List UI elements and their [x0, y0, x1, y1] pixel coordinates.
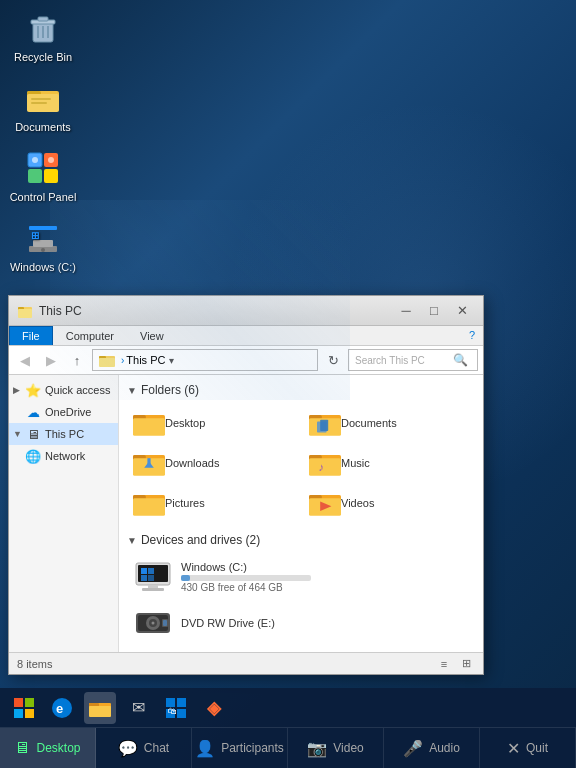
folder-music-icon: ♪	[309, 449, 341, 477]
desktop: Recycle Bin Documents	[0, 0, 576, 768]
devices-list: Windows (C:) 430 GB free of 464 GB	[127, 555, 475, 645]
recycle-bin-label: Recycle Bin	[8, 51, 78, 64]
device-windows-c-bar	[181, 575, 190, 581]
details-view-button[interactable]: ≡	[435, 655, 453, 673]
path-dropdown-arrow[interactable]: ▾	[169, 355, 174, 366]
nav-item-quick-access[interactable]: ▶ ⭐ Quick access	[9, 379, 118, 401]
maximize-button[interactable]: □	[421, 300, 447, 322]
refresh-button[interactable]: ↻	[322, 349, 344, 371]
svg-rect-76	[89, 706, 111, 717]
search-placeholder: Search This PC	[355, 355, 449, 366]
forward-button[interactable]: ▶	[40, 349, 62, 371]
folder-desktop[interactable]: Desktop	[127, 405, 299, 441]
taskbar-store[interactable]: 🛍	[160, 692, 192, 724]
svg-rect-58	[148, 568, 154, 574]
desktop-icon-windows-c[interactable]: ⊞ Windows (C:)	[8, 218, 78, 274]
device-dvd[interactable]: DVD RW Drive (E:)	[127, 601, 475, 645]
folder-videos[interactable]: Videos	[303, 485, 475, 521]
devices-chevron[interactable]: ▼	[127, 535, 137, 546]
tab-computer[interactable]: Computer	[53, 326, 127, 345]
search-box[interactable]: Search This PC 🔍	[348, 349, 478, 371]
video-btn-label: Video	[333, 741, 363, 755]
address-path[interactable]: › This PC ▾	[92, 349, 318, 371]
view-buttons: ≡ ⊞	[435, 655, 475, 673]
svg-rect-57	[141, 568, 147, 574]
device-dvd-icon	[133, 605, 173, 641]
minimize-button[interactable]: ─	[393, 300, 419, 322]
folder-downloads[interactable]: Downloads	[127, 445, 299, 481]
svg-text:♪: ♪	[319, 461, 325, 473]
taskbar: e ✉ 🛍 ◈	[0, 688, 576, 768]
taskbar-btn-chat[interactable]: 💬 Chat	[96, 728, 192, 768]
folder-downloads-label: Downloads	[165, 457, 219, 469]
explorer-window-icon	[17, 303, 33, 319]
svg-rect-28	[99, 358, 115, 367]
device-windows-c-name: Windows (C:)	[181, 561, 469, 573]
svg-point-20	[41, 248, 45, 252]
folder-documents[interactable]: Documents	[303, 405, 475, 441]
explorer-window: This PC ─ □ ✕ File Computer View ? ◀ ▶ ↑	[8, 295, 484, 675]
path-chevron: ›	[121, 355, 124, 366]
nav-item-onedrive[interactable]: ☁ OneDrive	[9, 401, 118, 423]
taskbar-top: e ✉ 🛍 ◈	[0, 688, 576, 728]
taskbar-bottom: 🖥 Desktop 💬 Chat 👤 Participants 📷 Video …	[0, 728, 576, 768]
nav-icon-this-pc: 🖥	[25, 426, 41, 442]
path-text: This PC	[126, 354, 165, 366]
taskbar-edge[interactable]: e	[46, 692, 78, 724]
desktop-icon-recycle-bin[interactable]: Recycle Bin	[8, 8, 78, 64]
participants-btn-icon: 👤	[195, 739, 215, 758]
taskbar-btn-audio[interactable]: 🎤 Audio	[384, 728, 480, 768]
control-panel-label: Control Panel	[8, 191, 78, 204]
nav-item-network[interactable]: 🌐 Network	[9, 445, 118, 467]
folder-pictures[interactable]: Pictures	[127, 485, 299, 521]
taskbar-start[interactable]	[8, 692, 40, 724]
folder-documents-icon	[309, 409, 341, 437]
tab-view[interactable]: View	[127, 326, 177, 345]
svg-rect-80	[177, 709, 186, 718]
desktop-icon-documents[interactable]: Documents	[8, 78, 78, 134]
nav-item-this-pc[interactable]: ▼ 🖥 This PC	[9, 423, 118, 445]
svg-rect-55	[148, 585, 158, 588]
taskbar-orange-app[interactable]: ◈	[198, 692, 230, 724]
desktop-icon-control-panel[interactable]: Control Panel	[8, 148, 78, 204]
windows-c-label: Windows (C:)	[8, 261, 78, 274]
status-text: 8 items	[17, 658, 52, 670]
device-windows-c[interactable]: Windows (C:) 430 GB free of 464 GB	[127, 555, 475, 599]
window-title: This PC	[39, 304, 393, 318]
tab-file[interactable]: File	[9, 326, 53, 345]
svg-rect-67	[163, 620, 167, 626]
nav-arrow-this-pc: ▼	[13, 429, 25, 439]
svg-rect-59	[141, 575, 147, 581]
nav-label-this-pc: This PC	[45, 428, 84, 440]
participants-btn-label: Participants	[221, 741, 284, 755]
taskbar-btn-video[interactable]: 📷 Video	[288, 728, 384, 768]
close-button[interactable]: ✕	[449, 300, 475, 322]
taskbar-file-explorer[interactable]	[84, 692, 116, 724]
help-button[interactable]: ?	[461, 326, 483, 345]
nav-icon-quick-access: ⭐	[25, 382, 41, 398]
search-button[interactable]: 🔍	[449, 349, 471, 371]
documents-folder-icon	[23, 78, 63, 118]
documents-label: Documents	[8, 121, 78, 134]
up-button[interactable]: ↑	[66, 349, 88, 371]
back-button[interactable]: ◀	[14, 349, 36, 371]
svg-rect-56	[142, 588, 164, 591]
taskbar-btn-participants[interactable]: 👤 Participants	[192, 728, 288, 768]
svg-text:e: e	[56, 701, 63, 716]
svg-rect-14	[28, 169, 42, 183]
quit-btn-label: Quit	[526, 741, 548, 755]
taskbar-mail[interactable]: ✉	[122, 692, 154, 724]
chat-btn-icon: 💬	[118, 739, 138, 758]
devices-section-header: ▼ Devices and drives (2)	[127, 533, 475, 547]
svg-rect-15	[44, 169, 58, 183]
quit-btn-icon: ✕	[507, 739, 520, 758]
taskbar-btn-desktop[interactable]: 🖥 Desktop	[0, 728, 96, 768]
folder-music-label: Music	[341, 457, 370, 469]
icons-view-button[interactable]: ⊞	[457, 655, 475, 673]
folder-music[interactable]: ♪ Music	[303, 445, 475, 481]
nav-label-network: Network	[45, 450, 85, 462]
taskbar-btn-quit[interactable]: ✕ Quit	[480, 728, 576, 768]
folders-chevron[interactable]: ▼	[127, 385, 137, 396]
address-bar: ◀ ▶ ↑ › This PC ▾ ↻ Search This PC 🔍	[9, 346, 483, 375]
svg-rect-48	[133, 498, 165, 516]
